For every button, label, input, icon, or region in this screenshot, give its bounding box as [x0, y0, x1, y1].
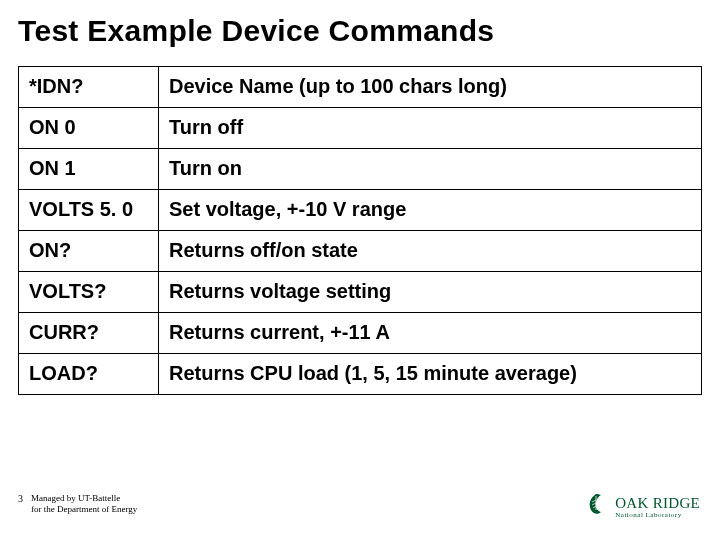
table-row: ON? Returns off/on state: [19, 231, 702, 272]
managed-by: Managed by UT-Battelle for the Departmen…: [31, 493, 137, 514]
table-row: ON 1 Turn on: [19, 149, 702, 190]
table-row: CURR? Returns current, +-11 A: [19, 313, 702, 354]
description-cell: Returns voltage setting: [159, 272, 702, 313]
commands-table: *IDN? Device Name (up to 100 chars long)…: [18, 66, 702, 395]
description-cell: Set voltage, +-10 V range: [159, 190, 702, 231]
table-row: VOLTS? Returns voltage setting: [19, 272, 702, 313]
page-number: 3: [18, 493, 23, 504]
command-cell: VOLTS 5. 0: [19, 190, 159, 231]
table-row: VOLTS 5. 0 Set voltage, +-10 V range: [19, 190, 702, 231]
command-cell: CURR?: [19, 313, 159, 354]
footer: 3 Managed by UT-Battelle for the Departm…: [18, 493, 137, 514]
description-cell: Turn off: [159, 108, 702, 149]
leaf-icon: [583, 492, 609, 522]
description-cell: Device Name (up to 100 chars long): [159, 67, 702, 108]
description-cell: Returns off/on state: [159, 231, 702, 272]
logo-sub-text: National Laboratory: [615, 511, 681, 519]
description-cell: Turn on: [159, 149, 702, 190]
description-cell: Returns CPU load (1, 5, 15 minute averag…: [159, 354, 702, 395]
table-row: ON 0 Turn off: [19, 108, 702, 149]
description-cell: Returns current, +-11 A: [159, 313, 702, 354]
command-cell: VOLTS?: [19, 272, 159, 313]
command-cell: ON 0: [19, 108, 159, 149]
logo: OAK RIDGE National Laboratory: [583, 492, 700, 522]
command-cell: ON?: [19, 231, 159, 272]
command-cell: ON 1: [19, 149, 159, 190]
commands-table-wrap: *IDN? Device Name (up to 100 chars long)…: [0, 48, 720, 395]
table-row: LOAD? Returns CPU load (1, 5, 15 minute …: [19, 354, 702, 395]
managed-line1: Managed by UT-Battelle: [31, 493, 137, 503]
command-cell: LOAD?: [19, 354, 159, 395]
command-cell: *IDN?: [19, 67, 159, 108]
slide-title: Test Example Device Commands: [0, 0, 720, 48]
table-row: *IDN? Device Name (up to 100 chars long): [19, 67, 702, 108]
managed-line2: for the Department of Energy: [31, 504, 137, 514]
logo-main-text: OAK RIDGE: [615, 495, 700, 512]
